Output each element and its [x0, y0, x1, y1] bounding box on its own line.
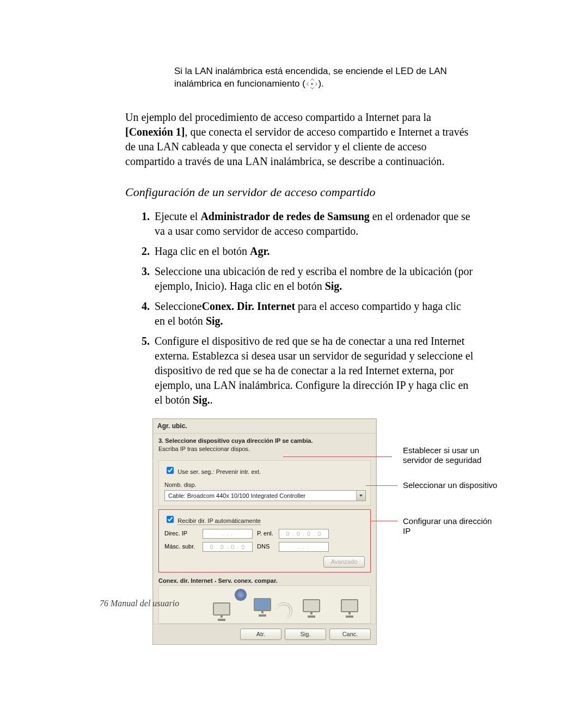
- wireless-waves-icon: [278, 605, 294, 616]
- advanced-button[interactable]: Avanzado: [323, 556, 365, 568]
- intro-connection-bold: [Conexión 1]: [125, 126, 185, 138]
- step-4-a: Seleccione: [155, 300, 202, 312]
- client-pc-icon: [211, 602, 232, 621]
- step-2-a: Haga clic en el botón: [155, 245, 250, 257]
- wlan-led-icon: [308, 80, 316, 88]
- step-1-a: Ejecute el: [155, 210, 200, 222]
- use-security-row[interactable]: Use ser. seg.: Prevenir intr. ext.: [164, 468, 261, 476]
- step-1: Ejecute el Administrador de redes de Sam…: [152, 209, 474, 239]
- callout-line-1: [283, 456, 392, 457]
- device-dropdown-button[interactable]: [356, 491, 365, 501]
- gateway-field[interactable]: 0 . 0 . 0 . 0: [279, 529, 329, 539]
- internet-globe-icon: [235, 589, 246, 600]
- step-5-bold: Sig.: [193, 394, 210, 406]
- diagram-title: Conex. dir. Internet - Serv. conex. comp…: [158, 577, 371, 585]
- add-location-dialog: Agr. ubic. 3. Seleccione dispositivo cuy…: [152, 418, 377, 645]
- laptop-2-icon: [339, 599, 360, 618]
- gateway-label: P. enl.: [257, 529, 279, 538]
- server-pc-icon: [252, 598, 273, 617]
- step-3-a: Seleccione una ubicación de red y escrib…: [155, 265, 473, 292]
- dialog-screenshot: Agr. ubic. 3. Seleccione dispositivo cuy…: [152, 418, 485, 645]
- device-name-label: Nomb. disp.: [164, 481, 365, 489]
- dialog-subheading: Escriba IP tras seleccionar dispos.: [153, 445, 376, 458]
- ip-address-field[interactable]: . . .: [203, 529, 253, 539]
- dns-field[interactable]: . . .: [279, 542, 329, 552]
- subnet-mask-field[interactable]: 0 . 0 . 0 . 0: [203, 542, 253, 552]
- device-dropdown-value: Cable: Broadcom 440x 10/100 Integrated C…: [165, 492, 356, 500]
- dialog-heading: 3. Seleccione dispositivo cuya dirección…: [153, 434, 376, 445]
- auto-ip-row[interactable]: Recibir dir. IP automáticamente: [164, 517, 261, 525]
- callout-device: Seleccionar un dispositivo: [403, 480, 501, 490]
- next-button[interactable]: Sig.: [285, 629, 326, 640]
- callout-security: Establecer si usar un servidor de seguri…: [403, 446, 501, 465]
- step-4: SeleccioneConex. Dir. Internet para el a…: [152, 299, 474, 328]
- wlan-led-note: Si la LAN inalámbrica está encendida, se…: [174, 65, 474, 90]
- auto-ip-checkbox[interactable]: [167, 516, 174, 523]
- step-4-bold2: Sig.: [206, 315, 223, 327]
- cancel-button[interactable]: Canc.: [329, 629, 371, 640]
- step-1-bold: Administrador de redes de Samsung: [200, 210, 369, 222]
- ip-address-label: Direc. IP: [164, 529, 203, 538]
- use-security-label: Use ser. seg.: Prevenir intr. ext.: [177, 468, 261, 475]
- ip-settings-panel: Recibir dir. IP automáticamente Direc. I…: [158, 509, 371, 572]
- dialog-button-bar: Atr. Sig. Canc.: [153, 624, 376, 644]
- use-security-checkbox[interactable]: [167, 467, 174, 474]
- laptop-1-icon: [301, 599, 322, 618]
- step-4-bold: Conex. Dir. Internet: [202, 300, 295, 312]
- callout-line-2: [366, 485, 397, 486]
- connection-diagram: [158, 586, 371, 624]
- dialog-title: Agr. ubic.: [153, 419, 376, 434]
- step-3-bold: Sig.: [325, 280, 342, 292]
- step-2: Haga clic en el botón Agr.: [152, 244, 474, 259]
- wlan-led-note-text-b: ).: [318, 78, 323, 89]
- device-dropdown[interactable]: Cable: Broadcom 440x 10/100 Integrated C…: [164, 490, 366, 501]
- page-footer: 76 Manual del usuario: [100, 598, 179, 610]
- dns-label: DNS: [257, 543, 279, 551]
- intro-paragraph: Un ejemplo del procedimiento de acceso c…: [125, 110, 474, 169]
- callout-ip: Configurar una dirección IP: [403, 516, 501, 536]
- step-5-c: .: [210, 394, 213, 406]
- step-5: Configure el dispositivo de red que se h…: [152, 334, 474, 407]
- auto-ip-label: Recibir dir. IP automáticamente: [177, 517, 261, 525]
- step-3: Seleccione una ubicación de red y escrib…: [152, 264, 474, 294]
- steps-list: Ejecute el Administrador de redes de Sam…: [125, 209, 474, 407]
- intro-pre: Un ejemplo del procedimiento de acceso c…: [125, 111, 431, 123]
- chevron-down-icon: [359, 493, 363, 498]
- step-2-bold: Agr.: [250, 245, 270, 257]
- back-button[interactable]: Atr.: [240, 629, 281, 640]
- security-device-panel: Use ser. seg.: Prevenir intr. ext. Nomb.…: [158, 460, 371, 506]
- subnet-mask-label: Másc. subr.: [164, 543, 203, 551]
- section-title: Configuración de un servidor de acceso c…: [125, 184, 474, 200]
- callout-line-3: [371, 521, 397, 521]
